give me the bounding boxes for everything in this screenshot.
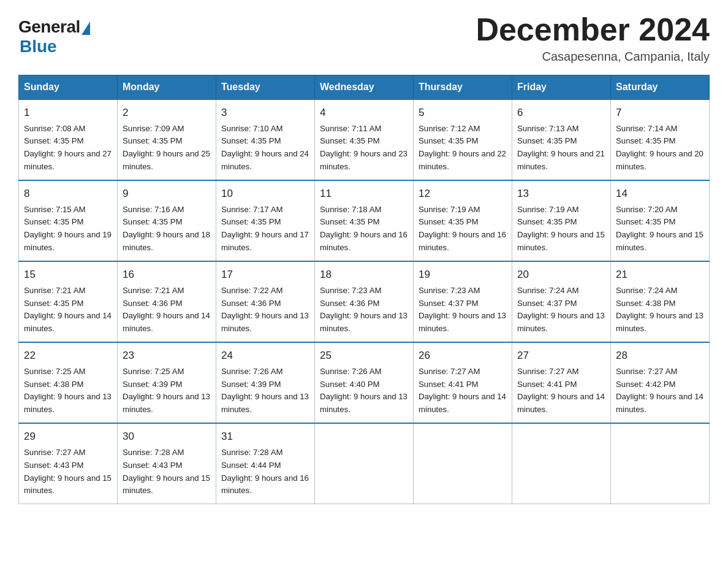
calendar-cell: 10Sunrise: 7:17 AMSunset: 4:35 PMDayligh… xyxy=(216,180,315,261)
logo-general-text: General xyxy=(18,17,80,37)
day-number: 10 xyxy=(221,186,309,202)
calendar-cell: 27Sunrise: 7:27 AMSunset: 4:41 PMDayligh… xyxy=(512,342,611,423)
calendar-cell: 29Sunrise: 7:27 AMSunset: 4:43 PMDayligh… xyxy=(19,423,118,504)
calendar-cell: 21Sunrise: 7:24 AMSunset: 4:38 PMDayligh… xyxy=(611,261,710,342)
calendar-cell: 7Sunrise: 7:14 AMSunset: 4:35 PMDaylight… xyxy=(611,99,710,180)
day-info: Sunrise: 7:26 AMSunset: 4:40 PMDaylight:… xyxy=(320,367,408,415)
calendar-week-row: 15Sunrise: 7:21 AMSunset: 4:35 PMDayligh… xyxy=(19,261,710,342)
calendar-cell: 3Sunrise: 7:10 AMSunset: 4:35 PMDaylight… xyxy=(216,99,315,180)
calendar-cell: 2Sunrise: 7:09 AMSunset: 4:35 PMDaylight… xyxy=(118,99,216,180)
calendar-cell: 31Sunrise: 7:28 AMSunset: 4:44 PMDayligh… xyxy=(216,423,315,504)
header-day-monday: Monday xyxy=(118,75,216,100)
calendar-cell: 14Sunrise: 7:20 AMSunset: 4:35 PMDayligh… xyxy=(611,180,710,261)
day-number: 6 xyxy=(517,105,605,121)
day-info: Sunrise: 7:28 AMSunset: 4:43 PMDaylight:… xyxy=(123,448,210,496)
day-info: Sunrise: 7:21 AMSunset: 4:35 PMDaylight:… xyxy=(24,286,112,334)
calendar-cell: 20Sunrise: 7:24 AMSunset: 4:37 PMDayligh… xyxy=(512,261,611,342)
day-info: Sunrise: 7:09 AMSunset: 4:35 PMDaylight:… xyxy=(123,124,210,172)
calendar-cell: 12Sunrise: 7:19 AMSunset: 4:35 PMDayligh… xyxy=(414,180,512,261)
calendar-cell xyxy=(512,423,611,504)
day-info: Sunrise: 7:23 AMSunset: 4:36 PMDaylight:… xyxy=(320,286,408,334)
day-number: 11 xyxy=(320,186,408,202)
day-info: Sunrise: 7:14 AMSunset: 4:35 PMDaylight:… xyxy=(616,124,703,172)
day-number: 23 xyxy=(123,348,211,364)
day-info: Sunrise: 7:08 AMSunset: 4:35 PMDaylight:… xyxy=(24,124,112,172)
month-year-title: December 2024 xyxy=(476,12,710,47)
calendar-cell: 23Sunrise: 7:25 AMSunset: 4:39 PMDayligh… xyxy=(118,342,216,423)
calendar-cell: 25Sunrise: 7:26 AMSunset: 4:40 PMDayligh… xyxy=(315,342,414,423)
calendar-table: SundayMondayTuesdayWednesdayThursdayFrid… xyxy=(18,75,710,504)
calendar-cell xyxy=(315,423,414,504)
day-info: Sunrise: 7:21 AMSunset: 4:36 PMDaylight:… xyxy=(123,286,210,334)
calendar-week-row: 8Sunrise: 7:15 AMSunset: 4:35 PMDaylight… xyxy=(19,180,710,261)
calendar-cell: 16Sunrise: 7:21 AMSunset: 4:36 PMDayligh… xyxy=(118,261,216,342)
calendar-cell: 9Sunrise: 7:16 AMSunset: 4:35 PMDaylight… xyxy=(118,180,216,261)
day-number: 15 xyxy=(24,267,112,283)
day-number: 19 xyxy=(419,267,507,283)
calendar-cell: 19Sunrise: 7:23 AMSunset: 4:37 PMDayligh… xyxy=(414,261,512,342)
calendar-cell: 18Sunrise: 7:23 AMSunset: 4:36 PMDayligh… xyxy=(315,261,414,342)
calendar-cell: 15Sunrise: 7:21 AMSunset: 4:35 PMDayligh… xyxy=(19,261,118,342)
header-day-tuesday: Tuesday xyxy=(216,75,315,100)
day-number: 26 xyxy=(419,348,507,364)
day-info: Sunrise: 7:25 AMSunset: 4:39 PMDaylight:… xyxy=(123,367,210,415)
day-info: Sunrise: 7:25 AMSunset: 4:38 PMDaylight:… xyxy=(24,367,112,415)
day-number: 31 xyxy=(221,429,309,445)
header-day-friday: Friday xyxy=(512,75,611,100)
day-info: Sunrise: 7:11 AMSunset: 4:35 PMDaylight:… xyxy=(320,124,408,172)
calendar-cell: 6Sunrise: 7:13 AMSunset: 4:35 PMDaylight… xyxy=(512,99,611,180)
day-number: 27 xyxy=(517,348,605,364)
page-header: General Blue December 2024 Casapesenna, … xyxy=(18,12,710,64)
header-day-wednesday: Wednesday xyxy=(315,75,414,100)
day-number: 4 xyxy=(320,105,408,121)
calendar-cell: 30Sunrise: 7:28 AMSunset: 4:43 PMDayligh… xyxy=(118,423,216,504)
logo: General Blue xyxy=(18,17,90,56)
calendar-cell: 22Sunrise: 7:25 AMSunset: 4:38 PMDayligh… xyxy=(19,342,118,423)
day-info: Sunrise: 7:19 AMSunset: 4:35 PMDaylight:… xyxy=(517,205,605,253)
day-number: 2 xyxy=(123,105,211,121)
calendar-cell: 11Sunrise: 7:18 AMSunset: 4:35 PMDayligh… xyxy=(315,180,414,261)
day-number: 8 xyxy=(24,186,112,202)
header-day-saturday: Saturday xyxy=(611,75,710,100)
calendar-cell xyxy=(414,423,512,504)
day-number: 14 xyxy=(616,186,704,202)
day-info: Sunrise: 7:10 AMSunset: 4:35 PMDaylight:… xyxy=(221,124,309,172)
day-number: 5 xyxy=(419,105,507,121)
calendar-cell: 8Sunrise: 7:15 AMSunset: 4:35 PMDaylight… xyxy=(19,180,118,261)
day-number: 12 xyxy=(419,186,507,202)
location-subtitle: Casapesenna, Campania, Italy xyxy=(476,50,710,64)
day-number: 22 xyxy=(24,348,112,364)
header-day-thursday: Thursday xyxy=(414,75,512,100)
day-info: Sunrise: 7:17 AMSunset: 4:35 PMDaylight:… xyxy=(221,205,309,253)
logo-triangle-icon xyxy=(82,21,90,35)
logo-blue-text: Blue xyxy=(20,37,57,56)
day-number: 20 xyxy=(517,267,605,283)
day-number: 16 xyxy=(123,267,211,283)
day-number: 1 xyxy=(24,105,112,121)
day-info: Sunrise: 7:24 AMSunset: 4:38 PMDaylight:… xyxy=(616,286,703,334)
day-number: 21 xyxy=(616,267,704,283)
calendar-cell: 17Sunrise: 7:22 AMSunset: 4:36 PMDayligh… xyxy=(216,261,315,342)
day-number: 29 xyxy=(24,429,112,445)
calendar-cell: 4Sunrise: 7:11 AMSunset: 4:35 PMDaylight… xyxy=(315,99,414,180)
day-info: Sunrise: 7:24 AMSunset: 4:37 PMDaylight:… xyxy=(517,286,605,334)
day-info: Sunrise: 7:13 AMSunset: 4:35 PMDaylight:… xyxy=(517,124,605,172)
calendar-cell: 1Sunrise: 7:08 AMSunset: 4:35 PMDaylight… xyxy=(19,99,118,180)
day-info: Sunrise: 7:26 AMSunset: 4:39 PMDaylight:… xyxy=(221,367,309,415)
day-number: 9 xyxy=(123,186,211,202)
calendar-cell: 24Sunrise: 7:26 AMSunset: 4:39 PMDayligh… xyxy=(216,342,315,423)
day-number: 24 xyxy=(221,348,309,364)
day-info: Sunrise: 7:27 AMSunset: 4:42 PMDaylight:… xyxy=(616,367,703,415)
day-number: 17 xyxy=(221,267,309,283)
header-day-sunday: Sunday xyxy=(19,75,118,100)
calendar-cell: 28Sunrise: 7:27 AMSunset: 4:42 PMDayligh… xyxy=(611,342,710,423)
calendar-cell: 26Sunrise: 7:27 AMSunset: 4:41 PMDayligh… xyxy=(414,342,512,423)
day-info: Sunrise: 7:27 AMSunset: 4:41 PMDaylight:… xyxy=(419,367,506,415)
day-info: Sunrise: 7:18 AMSunset: 4:35 PMDaylight:… xyxy=(320,205,408,253)
day-info: Sunrise: 7:27 AMSunset: 4:41 PMDaylight:… xyxy=(517,367,605,415)
day-info: Sunrise: 7:15 AMSunset: 4:35 PMDaylight:… xyxy=(24,205,112,253)
day-info: Sunrise: 7:16 AMSunset: 4:35 PMDaylight:… xyxy=(123,205,210,253)
title-section: December 2024 Casapesenna, Campania, Ita… xyxy=(476,12,710,64)
day-info: Sunrise: 7:23 AMSunset: 4:37 PMDaylight:… xyxy=(419,286,506,334)
day-number: 7 xyxy=(616,105,704,121)
